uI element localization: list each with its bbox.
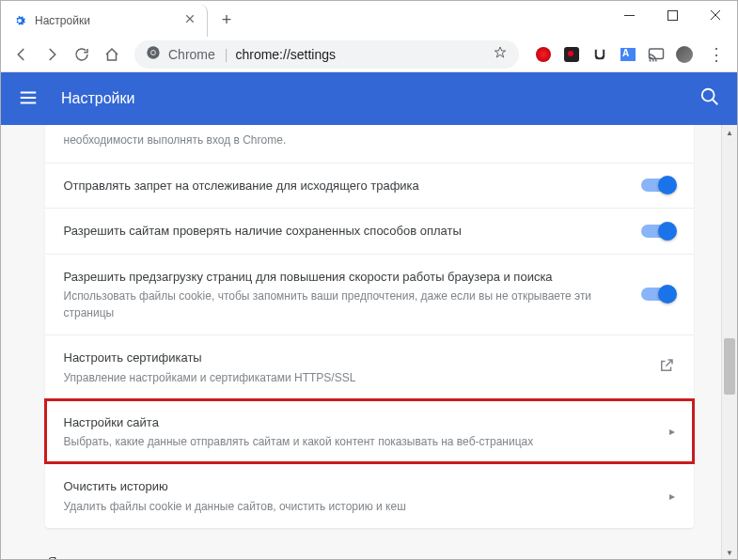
scroll-track[interactable] <box>722 141 737 545</box>
window-controls <box>607 1 737 29</box>
setting-row-clear[interactable]: Очистить историю Удалить файлы cookie и … <box>45 463 694 528</box>
toggle-payment[interactable] <box>641 225 675 238</box>
url-separator: | <box>225 47 228 62</box>
toggle-dnt[interactable] <box>641 179 675 192</box>
cast-icon[interactable] <box>647 45 666 64</box>
setting-payment-label: Разрешить сайтам проверять наличие сохра… <box>64 222 622 241</box>
setting-row-partial: необходимости выполнять вход в Chrome. <box>45 125 694 163</box>
setting-site-label: Настройки сайта <box>64 413 669 432</box>
home-button[interactable] <box>99 41 125 68</box>
extension-pocket-icon[interactable] <box>590 45 609 64</box>
reload-button[interactable] <box>69 41 95 68</box>
setting-certs-sub: Управление настройками и сертификатами H… <box>64 369 658 386</box>
setting-dnt-label: Отправлять запрет на отслеживание для ис… <box>64 177 622 195</box>
setting-row-certs[interactable]: Настроить сертификаты Управление настрой… <box>45 334 694 399</box>
setting-preload-sub: Использовать файлы cookie, чтобы запомни… <box>64 288 622 321</box>
extension-icons <box>528 45 699 64</box>
svg-rect-0 <box>667 10 677 20</box>
extension-save-icon[interactable] <box>562 45 581 64</box>
page-title: Настройки <box>61 90 699 107</box>
setting-certs-label: Настроить сертификаты <box>64 349 658 367</box>
settings-header: Настройки <box>1 72 737 125</box>
privacy-card: необходимости выполнять вход в Chrome. О… <box>45 125 694 528</box>
scrollbar[interactable]: ▲ ▼ <box>721 125 737 560</box>
extension-translate-icon[interactable] <box>619 45 637 64</box>
setting-partial-text: необходимости выполнять вход в Chrome. <box>64 133 287 147</box>
scroll-thumb[interactable] <box>724 338 735 395</box>
address-bar: Chrome | chrome://settings ⋮ <box>1 37 737 72</box>
setting-row-payment[interactable]: Разрешить сайтам проверять наличие сохра… <box>45 208 694 254</box>
scroll-down-icon[interactable]: ▼ <box>722 545 737 560</box>
svg-point-3 <box>151 51 155 54</box>
new-tab-button[interactable]: + <box>213 7 240 33</box>
url-path: chrome://settings <box>235 47 493 62</box>
url-scheme: Chrome <box>168 47 215 62</box>
maximize-button[interactable] <box>651 1 694 29</box>
external-link-icon[interactable] <box>658 357 675 377</box>
browser-tab[interactable]: Настройки <box>1 5 208 37</box>
search-icon[interactable] <box>699 86 720 111</box>
close-icon[interactable] <box>184 13 199 28</box>
setting-row-dnt[interactable]: Отправлять запрет на отслеживание для ис… <box>45 163 694 209</box>
chrome-icon <box>146 45 168 63</box>
setting-row-site[interactable]: Настройки сайта Выбрать, какие данные от… <box>45 399 694 464</box>
profile-avatar-icon[interactable] <box>675 45 694 64</box>
minimize-button[interactable] <box>607 1 651 29</box>
extension-opera-icon[interactable] <box>534 45 553 64</box>
settings-content: необходимости выполнять вход в Chrome. О… <box>1 125 737 560</box>
tab-title: Настройки <box>35 14 184 27</box>
section-languages: Языки <box>1 528 737 561</box>
forward-button[interactable] <box>39 41 65 68</box>
back-button[interactable] <box>8 41 35 68</box>
omnibox[interactable]: Chrome | chrome://settings <box>134 40 519 69</box>
chevron-right-icon: ▸ <box>669 425 675 438</box>
chevron-right-icon: ▸ <box>669 490 675 503</box>
chrome-menu-button[interactable]: ⋮ <box>703 41 730 68</box>
gear-icon <box>12 13 27 28</box>
window-titlebar: Настройки + <box>1 1 737 37</box>
scroll-up-icon[interactable]: ▲ <box>722 125 737 141</box>
bookmark-star-icon[interactable] <box>493 45 508 63</box>
setting-clear-sub: Удалить файлы cookie и данные сайтов, оч… <box>64 498 669 515</box>
setting-clear-label: Очистить историю <box>64 477 669 496</box>
setting-preload-label: Разрешить предзагрузку страниц для повыш… <box>64 268 622 287</box>
hamburger-icon[interactable] <box>18 87 40 110</box>
window-close-button[interactable] <box>694 1 737 29</box>
setting-row-preload[interactable]: Разрешить предзагрузку страниц для повыш… <box>45 254 694 335</box>
svg-point-5 <box>702 89 714 101</box>
toggle-preload[interactable] <box>641 288 675 301</box>
setting-site-sub: Выбрать, какие данные отправлять сайтам … <box>64 433 669 450</box>
